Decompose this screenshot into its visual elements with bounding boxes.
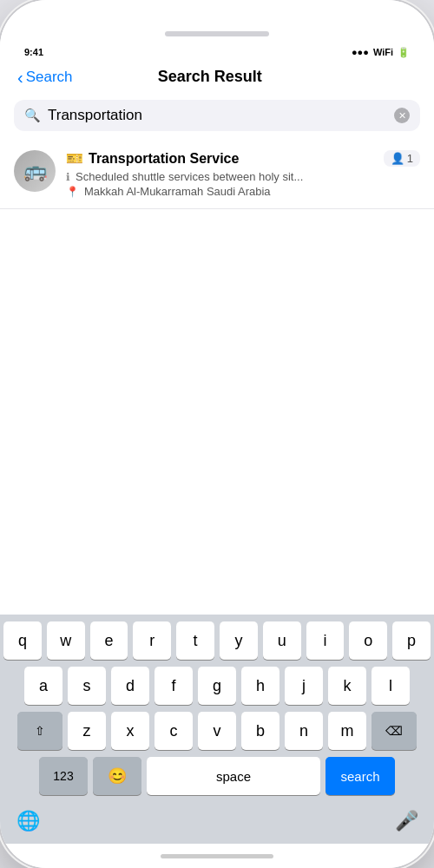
key-c[interactable]: c [155,712,193,750]
chevron-left-icon: ‹ [17,69,23,86]
globe-key[interactable]: 🌐 [10,810,45,832]
info-icon: ℹ [66,171,70,183]
member-count: 1 [407,152,413,165]
key-o[interactable]: o [349,621,387,660]
key-b[interactable]: b [241,712,279,750]
key-k[interactable]: k [328,667,366,705]
result-item[interactable]: 🚌 🎫 Transportation Service 👤 1 ℹ Schedul… [0,140,434,209]
emoji-key[interactable]: 😊 [93,757,141,795]
search-bar-container: 🔍 ✕ [0,95,434,140]
result-content: 🎫 Transportation Service 👤 1 ℹ Scheduled… [66,150,420,198]
search-key[interactable]: search [326,757,395,795]
key-i[interactable]: i [306,621,345,660]
clear-button[interactable]: ✕ [394,108,410,123]
signal-icon: ●●● [352,47,369,57]
ticket-icon: 🎫 [66,150,83,167]
key-h[interactable]: h [241,667,279,705]
location-icon: 📍 [66,186,79,198]
search-bar: 🔍 ✕ [14,100,420,131]
result-title-row: 🎫 Transportation Service 👤 1 [66,150,420,167]
search-input[interactable] [48,107,387,124]
location-text: Makkah Al-Mukarramah Saudi Arabia [84,185,271,198]
key-l[interactable]: l [372,667,410,705]
search-icon: 🔍 [24,108,41,123]
status-time: 9:41 [24,47,43,57]
keyboard-bottom-row: 🌐 🎤 [3,802,431,840]
phone-bottom [0,844,434,868]
key-y[interactable]: y [220,621,258,660]
key-s[interactable]: s [68,667,106,705]
back-button[interactable]: ‹ Search [17,69,73,86]
mic-key[interactable]: 🎤 [389,810,424,832]
key-n[interactable]: n [285,712,323,750]
key-u[interactable]: u [263,621,301,660]
key-r[interactable]: r [133,621,171,660]
numbers-key[interactable]: 123 [39,757,88,795]
battery-icon: 🔋 [398,47,410,58]
keyboard-row-4: 123 😊 space search [3,757,431,795]
keyboard-row-1: q w e r t y u i o p [3,621,431,660]
key-x[interactable]: x [111,712,149,750]
key-m[interactable]: m [328,712,366,750]
key-f[interactable]: f [155,667,193,705]
description-text: Scheduled shuttle services between holy … [76,170,303,183]
wifi-icon: WiFi [373,47,393,57]
status-icons: ●●● WiFi 🔋 [352,47,410,58]
avatar-image: 🚌 [14,150,56,192]
keyboard-area: q w e r t y u i o p a s d f g h j k l ⇧ … [0,615,434,844]
member-badge: 👤 1 [384,150,420,167]
results-area: 🚌 🎫 Transportation Service 👤 1 ℹ Schedul… [0,140,434,615]
key-j[interactable]: j [285,667,323,705]
result-description: ℹ Scheduled shuttle services between hol… [66,170,420,183]
status-bar: 9:41 ●●● WiFi 🔋 [0,43,434,61]
key-z[interactable]: z [68,712,106,750]
back-label: Search [26,69,73,86]
avatar: 🚌 [14,150,56,192]
space-key[interactable]: space [147,757,320,795]
backspace-key[interactable]: ⌫ [372,712,417,750]
result-title: Transportation Service [89,151,239,167]
key-g[interactable]: g [198,667,236,705]
notch-pill [165,31,269,36]
key-p[interactable]: p [392,621,431,660]
key-v[interactable]: v [198,712,236,750]
key-w[interactable]: w [47,621,85,660]
nav-header: ‹ Search Search Result [0,61,434,95]
home-indicator [161,854,273,858]
key-t[interactable]: t [176,621,214,660]
shift-key[interactable]: ⇧ [17,712,62,750]
person-icon: 👤 [391,152,404,165]
result-location: 📍 Makkah Al-Mukarramah Saudi Arabia [66,185,420,198]
phone-shell: 9:41 ●●● WiFi 🔋 ‹ Search Search Result 🔍… [0,0,434,868]
key-q[interactable]: q [3,621,42,660]
keyboard-row-3: ⇧ z x c v b n m ⌫ [3,712,431,750]
key-a[interactable]: a [24,667,62,705]
phone-top [0,0,434,43]
page-title: Search Result [158,68,262,86]
key-d[interactable]: d [111,667,149,705]
keyboard-row-2: a s d f g h j k l [3,667,431,705]
key-e[interactable]: e [90,621,128,660]
